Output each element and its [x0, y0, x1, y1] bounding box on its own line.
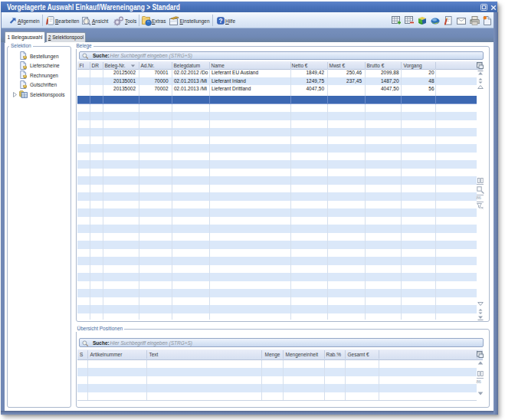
svg-text:?: ? [219, 18, 223, 25]
